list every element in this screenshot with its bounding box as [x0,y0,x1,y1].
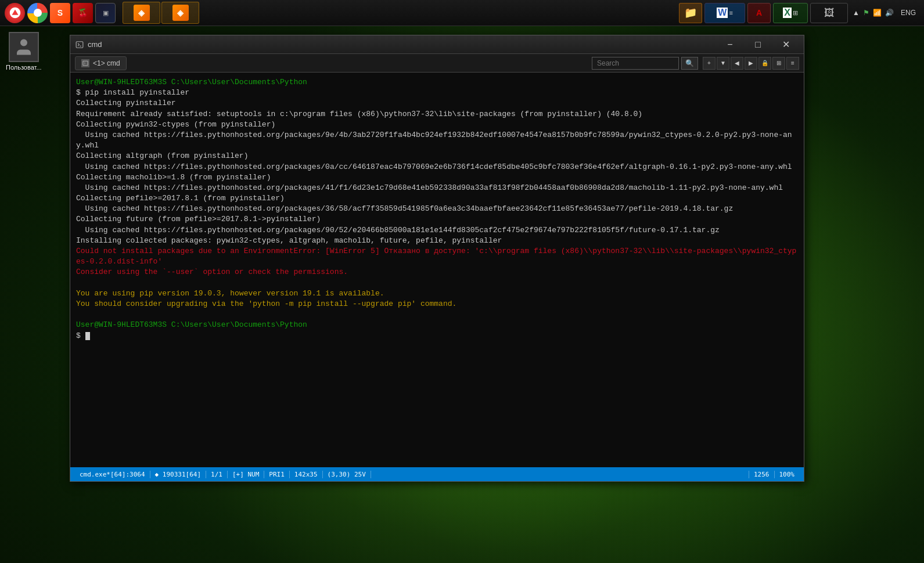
status-process: cmd.exe*[64]:3064 [75,471,150,478]
maximize-button[interactable]: □ [745,36,771,53]
cmd-tab-label: <1> cmd [93,59,120,67]
terminal-line-2: Collecting pyinstaller [76,98,798,109]
terminal-line-19: You should consider upgrading via the 'p… [76,299,798,309]
taskbar-folder-btn[interactable]: 📁 [679,3,702,23]
cmd-titlebar: cmd − □ ✕ [70,35,804,54]
taskbar-app-group: ◈ ◈ [120,2,202,24]
tray-volume-icon: 🔊 [885,9,894,17]
status-cursor: (3,30) 25V [323,471,371,478]
toolbar-btn-prev[interactable]: ◀ [731,57,743,70]
cmd-window-title: cmd [88,40,717,49]
status-zoom: 100% [774,471,800,478]
tray-flag-icon: ⚑ [863,9,869,17]
tray-lang[interactable]: ENG [898,9,918,17]
user-label: Пользоват... [6,64,42,71]
taskbar-app-btn-2[interactable]: ◈ [161,2,199,24]
status-number: 1256 [749,471,774,478]
cmd-window-icon [75,40,84,49]
terminal-line-6: Collecting altgraph (from pyinstaller) [76,151,798,161]
cmd-window: cmd − □ ✕ <1> cmd 🔍 + ▼ ◀ ▶ [70,35,804,482]
toolbar-btn-menu[interactable]: ≡ [786,57,799,70]
terminal-line-9: Using cached https://files.pythonhosted.… [76,183,798,193]
toolbar-btn-add[interactable]: + [703,57,716,70]
toolbar-btn-next[interactable]: ▶ [745,57,757,70]
status-size: 142x35 [290,471,323,478]
search-bar: 🔍 + ▼ ◀ ▶ 🔒 ⊞ ≡ [592,57,799,70]
terminal-line-16: Consider using the `--user` option or ch… [76,267,798,277]
terminal-line-11: Using cached https://files.pythonhosted.… [76,204,798,214]
cmd-tab[interactable]: <1> cmd [75,56,127,70]
terminal-line-15: Could not install packages due to an Env… [76,246,798,267]
search-input[interactable] [592,57,679,70]
terminal-line-10: Collecting pefile>=2017.8.1 (from pyinst… [76,193,798,204]
user-avatar [9,32,39,62]
tray-icons: ▲ ⚑ 📶 🔊 [853,9,894,17]
terminal-line-1: $ pip install pyinstaller [76,88,798,98]
titlebar-controls: − □ ✕ [717,36,799,53]
status-pri: PRI1 [264,471,290,478]
status-right: 1256 100% [749,471,799,478]
search-button[interactable]: 🔍 [681,57,698,70]
tray-wifi-icon: 📶 [873,9,882,17]
cmd-content[interactable]: User@WIN-9HLEDT63M3S C:\Users\User\Docum… [70,73,804,467]
status-position: ◆ 190331[64] [150,471,206,478]
taskbar-excel-btn[interactable]: X ⊞ [773,3,808,23]
cherrytree-icon[interactable]: 🍒 [73,3,93,23]
user-desktop-icon[interactable]: Пользоват... [6,32,42,71]
taskbar-word-btn[interactable]: W ≡ [704,3,745,23]
terminal-line-21: User@WIN-9HLEDT63M3S C:\Users\User\Docum… [76,320,798,330]
app-icon-orange-1: ◈ [134,5,150,21]
taskbar-acrobat-btn[interactable]: A [747,3,771,23]
terminal-line-5: Using cached https://files.pythonhosted.… [76,130,798,151]
terminal-line-8: Collecting macholib>=1.8 (from pyinstall… [76,172,798,183]
app-icon-orange-2: ◈ [172,5,189,21]
taskbar-tray: ▲ ⚑ 📶 🔊 ENG [853,9,924,17]
tabby-icon[interactable]: ▣ [95,3,116,23]
chrome-icon[interactable] [27,3,48,23]
toolbar-buttons: + ▼ ◀ ▶ 🔒 ⊞ ≡ [703,57,799,70]
vivaldi-icon[interactable] [5,3,25,23]
terminal-line-0: User@WIN-9HLEDT63M3S C:\Users\User\Docum… [76,77,798,88]
tab-cmd-icon [81,59,89,67]
terminal-line-7: Using cached https://files.pythonhosted.… [76,162,798,172]
status-mode: [+] NUM [228,471,264,478]
toolbar-btn-lock[interactable]: 🔒 [758,57,771,70]
terminal-line-18: You are using pip version 19.0.3, howeve… [76,288,798,299]
terminal-line-14: Installing collected packages: pywin32-c… [76,236,798,246]
terminal-line-20 [76,309,798,320]
terminal-line-22: $ [76,331,798,341]
taskbar-app-btn-1[interactable]: ◈ [123,2,160,24]
terminal-line-12: Collecting future (from pefile>=2017.8.1… [76,214,798,225]
taskbar: S 🍒 ▣ ◈ ◈ 📁 W ≡ A X ⊞ [0,0,924,26]
status-page: 1/1 [206,471,228,478]
taskbar-other-btn[interactable]: 🖼 [810,3,848,23]
terminal-line-17 [76,278,798,288]
terminal-line-13: Using cached https://files.pythonhosted.… [76,225,798,236]
sublime-text-icon[interactable]: S [50,3,70,23]
taskbar-icons: S 🍒 ▣ [0,3,120,23]
toolbar-btn-view[interactable]: ⊞ [772,57,785,70]
tray-chevron-icon[interactable]: ▲ [853,9,860,17]
terminal-line-3: Requirement already satisfied: setuptool… [76,109,798,120]
cmd-statusbar: cmd.exe*[64]:3064 ◆ 190331[64] 1/1 [+] N… [70,467,804,481]
toolbar-btn-dropdown[interactable]: ▼ [717,57,729,70]
cmd-tabbar: <1> cmd 🔍 + ▼ ◀ ▶ 🔒 ⊞ ≡ [70,54,804,73]
close-button[interactable]: ✕ [772,36,799,53]
terminal-line-4: Collecting pywin32-ctypes (from pyinstal… [76,120,798,130]
minimize-button[interactable]: − [717,36,743,53]
